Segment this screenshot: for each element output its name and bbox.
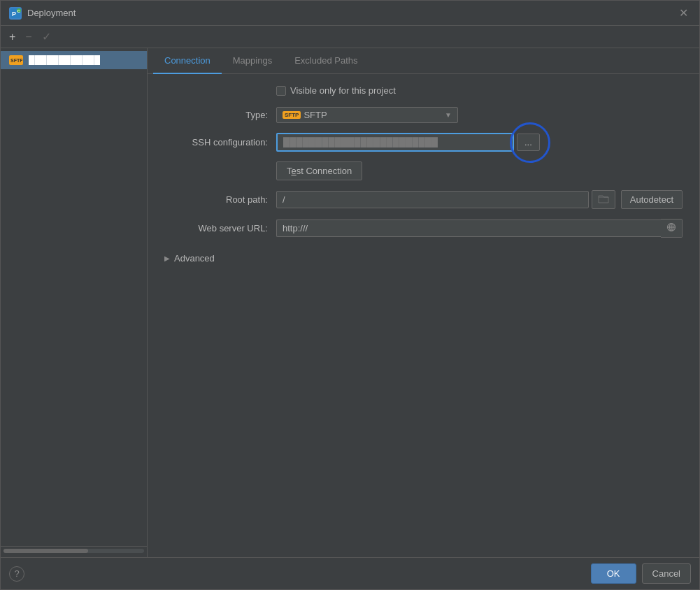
expand-arrow-icon: ▶ xyxy=(164,254,170,262)
web-server-url-control xyxy=(276,219,683,238)
web-server-url-label: Web server URL: xyxy=(164,223,276,233)
test-connection-row: Test Connection xyxy=(164,161,683,180)
cancel-button[interactable]: Cancel xyxy=(642,563,691,584)
autodetect-button[interactable]: Autodetect xyxy=(621,190,683,209)
advanced-row[interactable]: ▶ Advanced xyxy=(164,247,683,269)
main-content: SFTP ████████████ Connection xyxy=(1,48,699,557)
scrollbar-track xyxy=(3,549,144,553)
type-value: SFTP xyxy=(303,110,442,120)
type-row: Type: SFTP SFTP ▼ xyxy=(164,107,683,123)
tabs: Connection Mappings Excluded Paths xyxy=(148,48,699,74)
advanced-label: Advanced xyxy=(174,253,215,264)
type-dropdown[interactable]: SFTP SFTP ▼ xyxy=(276,107,458,123)
test-connection-label: Test Connection xyxy=(287,166,352,176)
tab-mappings[interactable]: Mappings xyxy=(222,48,283,74)
sidebar-server-name: ████████████ xyxy=(29,55,100,65)
sftp-badge: SFTP xyxy=(283,111,301,119)
visible-only-row: Visible only for this project xyxy=(164,85,683,96)
root-path-label: Root path: xyxy=(164,194,276,205)
confirm-button[interactable]: ✓ xyxy=(39,29,54,45)
scrollbar-thumb xyxy=(3,549,88,553)
tab-connection[interactable]: Connection xyxy=(153,48,222,74)
folder-browse-button[interactable] xyxy=(592,190,615,209)
sidebar-scrollbar xyxy=(1,546,147,554)
toolbar: + − ✓ xyxy=(1,26,699,48)
dots-btn-container: ... xyxy=(517,134,540,151)
type-label: Type: xyxy=(164,110,276,120)
web-url-wrapper xyxy=(276,219,683,238)
sidebar-scroll: SFTP ████████████ xyxy=(1,51,147,546)
remove-button[interactable]: − xyxy=(22,29,34,45)
bottom-left: ? xyxy=(9,566,24,582)
sftp-icon: SFTP xyxy=(9,55,23,65)
dialog-title: Deployment xyxy=(27,8,76,18)
root-path-control: Autodetect xyxy=(276,190,683,209)
app-icon: P C xyxy=(9,7,22,20)
root-path-wrapper xyxy=(276,190,615,209)
ssh-config-input[interactable] xyxy=(276,133,514,152)
tab-excluded-paths[interactable]: Excluded Paths xyxy=(283,48,369,74)
web-server-url-row: Web server URL: xyxy=(164,219,683,238)
test-connection-button[interactable]: Test Connection xyxy=(276,161,362,180)
type-control: SFTP SFTP ▼ xyxy=(276,107,683,123)
help-button[interactable]: ? xyxy=(9,566,24,582)
ssh-config-dots-button[interactable]: ... xyxy=(517,134,540,151)
sidebar: SFTP ████████████ xyxy=(1,48,148,557)
root-path-input[interactable] xyxy=(276,191,589,208)
svg-text:SFTP: SFTP xyxy=(10,58,22,63)
form-area: Visible only for this project Type: SFTP… xyxy=(148,74,699,557)
visible-only-label: Visible only for this project xyxy=(290,85,396,96)
bottom-bar: ? OK Cancel xyxy=(1,557,699,589)
bottom-right: OK Cancel xyxy=(591,563,691,584)
add-button[interactable]: + xyxy=(6,29,18,45)
underline-e: e xyxy=(292,166,297,176)
svg-text:P: P xyxy=(12,10,16,17)
visible-only-checkbox-label[interactable]: Visible only for this project xyxy=(276,85,396,96)
web-open-button[interactable] xyxy=(661,219,683,238)
svg-text:C: C xyxy=(17,8,21,13)
visible-only-checkbox[interactable] xyxy=(276,86,286,96)
ok-button[interactable]: OK xyxy=(591,563,636,584)
ssh-config-wrapper: ... xyxy=(276,133,683,152)
content-area: Connection Mappings Excluded Paths Visib… xyxy=(148,48,699,557)
root-path-row: Root path: Autodetect xyxy=(164,190,683,209)
ssh-config-control: ... xyxy=(276,133,683,152)
web-url-input[interactable] xyxy=(276,220,661,237)
close-button[interactable]: ✕ xyxy=(676,6,691,20)
ssh-config-label: SSH configuration: xyxy=(164,137,276,148)
title-bar: P C Deployment ✕ xyxy=(1,1,699,26)
ssh-config-row: SSH configuration: ... xyxy=(164,133,683,152)
deployment-dialog: P C Deployment ✕ + − ✓ SFTP xyxy=(0,0,700,590)
sidebar-item-sftp[interactable]: SFTP ████████████ xyxy=(1,51,147,69)
chevron-down-icon: ▼ xyxy=(445,111,452,119)
title-left: P C Deployment xyxy=(9,7,76,20)
